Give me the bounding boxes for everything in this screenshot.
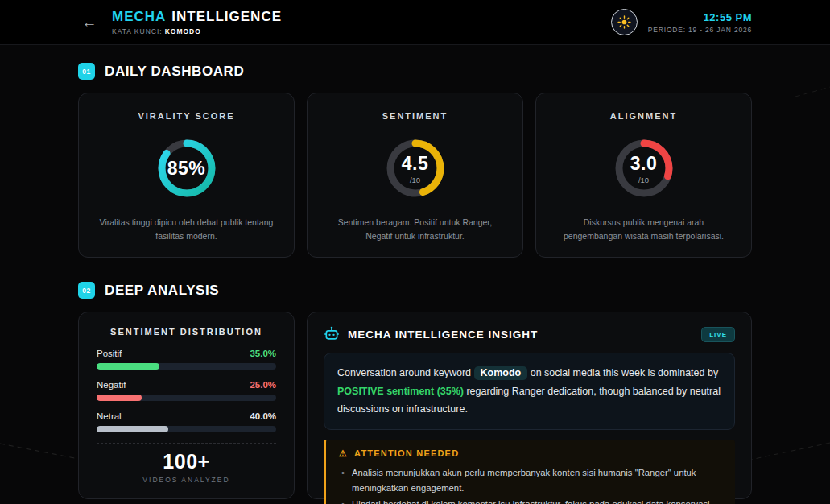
gauge-center-value: 85% (155, 124, 218, 213)
keyword-line: KATA KUNCI:KOMODO (112, 27, 282, 35)
alignment-gauge: 3.0/10 (613, 124, 675, 213)
insight-text-part1: Conversation around keyword (337, 367, 474, 378)
arrow-left-icon: ← (82, 14, 97, 31)
virality-score-card: VIRALITY SCORE 85% Viralitas tinggi dipi… (78, 93, 295, 258)
videos-count-label: VIDEOS ANALYZED (97, 476, 276, 484)
bar-value: 35.0% (250, 349, 276, 358)
attention-list: Analisis menunjukkan akun perlu memperba… (339, 465, 722, 504)
header-bar: ← MECHAINTELLIGENCE KATA KUNCI:KOMODO 12… (0, 0, 830, 45)
card-title: SENTIMENT DISTRIBUTION (97, 327, 276, 337)
insight-title: MECHA INTELLIGENCE INSIGHT (348, 328, 538, 341)
card-description: Diskursus publik mengenai arah pengemban… (554, 216, 733, 242)
card-title: SENTIMENT (382, 111, 448, 121)
sentiment-card: SENTIMENT 4.5/10 Sentimen beragam. Posit… (307, 93, 523, 258)
gauge-center-value: 4.5/10 (384, 124, 447, 213)
keyword-pill: Komodo (474, 366, 528, 380)
videos-count: 100+ (97, 450, 276, 473)
bar-fill (97, 395, 142, 401)
bar-track (97, 426, 276, 432)
header-right: 12:55 PM PERIODE: 19 - 26 JAN 2026 (611, 9, 752, 35)
attention-needed-box: ⚠ ATTENTION NEEDED Analisis menunjukkan … (324, 440, 735, 504)
bar-track (97, 395, 276, 401)
sentiment-bars: Positif 35.0% Negatif 25.0% Netral 40.0% (97, 349, 276, 432)
bar-row-netral: Netral 40.0% (97, 411, 276, 432)
section-number-badge: 02 (78, 282, 95, 299)
keyword-label: KATA KUNCI: (112, 27, 163, 35)
warning-icon: ⚠ (339, 448, 348, 459)
bar-fill (97, 426, 168, 432)
clock-time: 12:55 PM (704, 11, 752, 23)
sentiment-distribution-card: SENTIMENT DISTRIBUTION Positif 35.0% Neg… (78, 312, 295, 499)
insight-summary-box: Conversation around keyword Komodo on so… (324, 353, 735, 430)
bar-label: Negatif (97, 380, 126, 390)
bar-label: Netral (97, 411, 122, 421)
bar-row-negatif: Negatif 25.0% (97, 380, 276, 401)
section-daily-dashboard: 01 DAILY DASHBOARD (78, 63, 752, 80)
keyword-value: KOMODO (165, 27, 201, 35)
sentiment-gauge: 4.5/10 (384, 124, 447, 213)
attention-title: ATTENTION NEEDED (354, 448, 459, 458)
main-content: 01 DAILY DASHBOARD VIRALITY SCORE 85% Vi… (0, 45, 830, 499)
bar-value: 25.0% (250, 380, 276, 390)
positive-highlight: POSITIVE sentiment (35%) (337, 386, 464, 397)
section-title: DAILY DASHBOARD (105, 64, 244, 80)
bar-label: Positif (97, 349, 122, 358)
sun-icon (617, 15, 631, 29)
section-deep-analysis: 02 DEEP ANALYSIS (78, 282, 752, 299)
alignment-card: ALIGNMENT 3.0/10 Diskursus publik mengen… (535, 93, 752, 258)
card-title: VIRALITY SCORE (138, 111, 234, 121)
gauge-center-value: 3.0/10 (613, 124, 675, 213)
attention-heading: ⚠ ATTENTION NEEDED (339, 448, 722, 459)
section-title: DEEP ANALYSIS (105, 283, 219, 299)
bar-value: 40.0% (250, 411, 276, 421)
videos-analyzed-summary: 100+ VIDEOS ANALYZED (97, 450, 276, 484)
page-title: MECHAINTELLIGENCE (112, 9, 282, 25)
robot-icon (324, 326, 340, 342)
analysis-cards-row: SENTIMENT DISTRIBUTION Positif 35.0% Neg… (78, 312, 752, 499)
period-label: PERIODE: 19 - 26 JAN 2026 (648, 26, 752, 34)
title-accent: MECHA (112, 9, 166, 24)
card-title: ALIGNMENT (610, 111, 677, 121)
attention-item: Analisis menunjukkan akun perlu memperba… (339, 465, 722, 498)
dashed-divider (97, 443, 276, 444)
app-title-block: MECHAINTELLIGENCE KATA KUNCI:KOMODO (112, 9, 282, 35)
bar-row-positif: Positif 35.0% (97, 349, 276, 370)
mecha-insight-card: MECHA INTELLIGENCE INSIGHT LIVE Conversa… (307, 312, 752, 499)
back-button[interactable]: ← (78, 11, 101, 34)
section-number-badge: 01 (78, 63, 95, 80)
time-block: 12:55 PM PERIODE: 19 - 26 JAN 2026 (648, 11, 752, 34)
insight-header: MECHA INTELLIGENCE INSIGHT LIVE (324, 326, 735, 342)
virality-gauge: 85% (155, 124, 218, 213)
card-description: Viralitas tinggi dipicu oleh debat publi… (97, 216, 276, 242)
insight-text-part2: on social media this week is dominated b… (527, 367, 718, 378)
live-badge: LIVE (701, 327, 735, 342)
gauge-cards-row: VIRALITY SCORE 85% Viralitas tinggi dipi… (78, 93, 752, 258)
bar-fill (97, 363, 159, 370)
card-description: Sentimen beragam. Positif untuk Ranger, … (325, 216, 505, 242)
bar-track (97, 363, 276, 370)
attention-item: Hindari berdebat di kolom komentar isu i… (339, 497, 722, 504)
weather-status-badge (611, 9, 638, 35)
title-rest: INTELLIGENCE (171, 9, 282, 24)
